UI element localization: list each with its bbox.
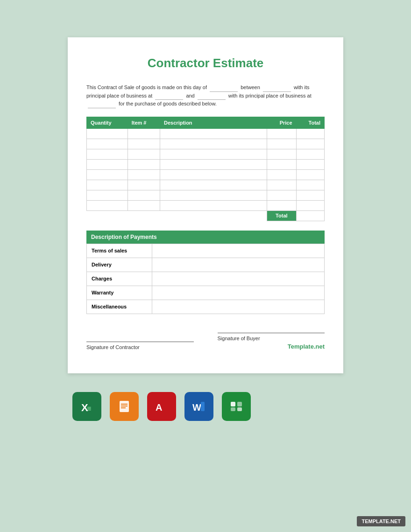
svg-rect-6 <box>121 406 128 406</box>
contractor-signature-line <box>86 342 194 342</box>
svg-rect-13 <box>228 398 245 415</box>
col-price: Price <box>267 117 296 128</box>
date-blank <box>210 87 238 92</box>
payments-section: Description of Payments Terms of sales D… <box>86 231 325 314</box>
misc-value <box>152 300 325 314</box>
payment-row-terms: Terms of sales <box>87 244 325 258</box>
template-net-watermark: Template.net <box>288 343 325 350</box>
payments-table: Terms of sales Delivery Charges Warranty… <box>86 244 325 314</box>
intro-paragraph: This Contract of Sale of goods is made o… <box>86 84 325 108</box>
pages-icon[interactable] <box>110 392 139 421</box>
svg-rect-12 <box>201 402 205 411</box>
col-total: Total <box>296 117 324 128</box>
charges-value <box>152 272 325 286</box>
svg-rect-14 <box>231 402 235 406</box>
intro-text-5: with its principal place of business at <box>228 93 312 98</box>
buyer-signature-block: Signature of Buyer Template.net <box>218 333 325 350</box>
address1-blank <box>155 95 183 100</box>
total-row: Total <box>87 210 325 221</box>
svg-rect-17 <box>237 407 242 411</box>
table-row <box>87 190 325 200</box>
party2-blank <box>198 95 226 100</box>
col-quantity: Quantity <box>87 117 128 128</box>
items-table: Quantity Item # Description Price Total … <box>86 117 325 221</box>
svg-rect-5 <box>121 404 128 405</box>
svg-rect-7 <box>121 407 126 408</box>
address2-blank <box>88 104 116 108</box>
col-item: Item # <box>128 117 160 128</box>
payment-row-warranty: Warranty <box>87 286 325 300</box>
excel-icon[interactable]: X ≡ <box>72 392 101 421</box>
document-container: Contractor Estimate This Contract of Sal… <box>68 37 343 373</box>
payments-header: Description of Payments <box>86 231 325 244</box>
intro-text-4: and <box>186 93 194 98</box>
app-icons-bar: X ≡ A W <box>68 392 343 421</box>
table-row <box>87 149 325 159</box>
delivery-label: Delivery <box>87 258 152 272</box>
delivery-value <box>152 258 325 272</box>
buyer-signature-line <box>218 333 325 333</box>
warranty-value <box>152 286 325 300</box>
payment-row-misc: Miscellaneous <box>87 300 325 314</box>
svg-text:W: W <box>192 402 201 413</box>
template-net-badge: TEMPLATE.NET <box>357 516 405 526</box>
table-row <box>87 200 325 210</box>
document-title: Contractor Estimate <box>86 56 325 70</box>
total-label: Total <box>267 210 296 221</box>
payment-row-charges: Charges <box>87 272 325 286</box>
payment-row-delivery: Delivery <box>87 258 325 272</box>
misc-label: Miscellaneous <box>87 300 152 314</box>
charges-label: Charges <box>87 272 152 286</box>
intro-text-1: This Contract of Sale of goods is made o… <box>86 84 207 90</box>
acrobat-icon[interactable]: A <box>147 392 176 421</box>
svg-text:A: A <box>156 402 162 413</box>
party1-blank <box>263 87 291 92</box>
signature-section: Signature of Contractor Signature of Buy… <box>86 333 325 355</box>
total-value <box>296 210 324 221</box>
table-row <box>87 159 325 169</box>
numbers-icon[interactable] <box>222 392 251 421</box>
col-description: Description <box>160 117 267 128</box>
contractor-signature-label: Signature of Contractor <box>86 344 140 350</box>
contractor-signature-block: Signature of Contractor <box>86 342 194 350</box>
svg-text:≡: ≡ <box>87 405 91 413</box>
table-row <box>87 180 325 190</box>
intro-text-6: for the purchase of goods described belo… <box>119 101 217 106</box>
warranty-label: Warranty <box>87 286 152 300</box>
svg-rect-15 <box>237 402 242 406</box>
table-row <box>87 169 325 180</box>
table-row <box>87 128 325 139</box>
svg-rect-16 <box>231 407 235 411</box>
terms-label: Terms of sales <box>87 244 152 258</box>
word-icon[interactable]: W <box>184 392 213 421</box>
buyer-signature-label: Signature of Buyer <box>218 336 260 341</box>
intro-text-2: between <box>241 84 260 90</box>
terms-value <box>152 244 325 258</box>
table-row <box>87 139 325 149</box>
